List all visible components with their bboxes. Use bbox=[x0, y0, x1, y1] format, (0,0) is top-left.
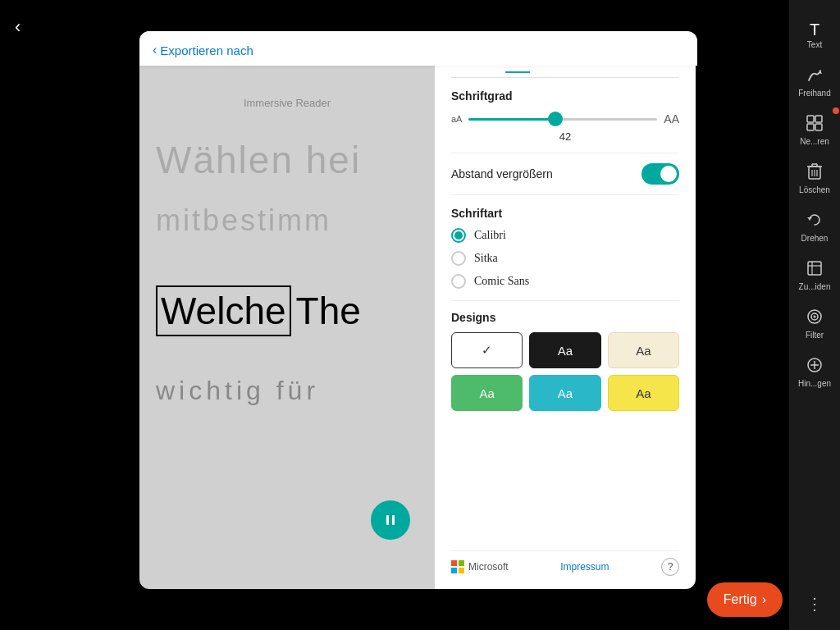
loeschen-icon bbox=[806, 162, 823, 183]
abstand-toggle[interactable] bbox=[641, 163, 679, 185]
word-box-welche: Welche bbox=[156, 285, 291, 336]
toggle-label: Abstand vergrößern bbox=[451, 167, 553, 180]
radio-calibri-circle bbox=[451, 228, 466, 243]
schriftart-label: Schriftart bbox=[451, 207, 679, 220]
neren-icon bbox=[806, 114, 824, 135]
designs-label: Designs bbox=[451, 300, 679, 324]
sidebar-zuiden-label: Zu...iden bbox=[799, 282, 831, 291]
back-button[interactable]: ‹ bbox=[15, 16, 21, 38]
fertig-arrow-icon: › bbox=[762, 592, 766, 607]
ms-brand-label: Microsoft bbox=[468, 561, 509, 573]
reader-highlighted-text: Welche The bbox=[156, 285, 361, 336]
sidebar-item-loeschen[interactable]: Löschen bbox=[792, 158, 838, 199]
sidebar-item-filter[interactable]: Filter bbox=[792, 303, 838, 345]
sidebar-more-button[interactable]: ⋮ bbox=[806, 594, 823, 614]
reader-text-3: wichtig für bbox=[156, 376, 319, 406]
right-sidebar: T Text Freihand Ne...ren bbox=[789, 0, 840, 630]
font-size-slider[interactable] bbox=[468, 118, 657, 121]
svg-rect-2 bbox=[815, 116, 822, 122]
zuiden-icon bbox=[806, 259, 823, 280]
text-icon: T bbox=[810, 21, 819, 38]
settings-panel: × A A Schriftgr bbox=[435, 31, 696, 589]
sidebar-item-zuiden[interactable]: Zu...iden bbox=[792, 254, 838, 296]
sidebar-loeschen-label: Löschen bbox=[799, 185, 830, 194]
export-title: Exportieren nach bbox=[160, 43, 253, 57]
design-green[interactable]: Aa bbox=[451, 375, 523, 411]
radio-comic-label: Comic Sans bbox=[474, 275, 529, 288]
slider-value: 42 bbox=[451, 130, 679, 143]
slider-row: aA AA bbox=[451, 111, 679, 127]
design-yellow[interactable]: Aa bbox=[608, 375, 679, 411]
radio-sitka-label: Sitka bbox=[474, 252, 498, 265]
svg-rect-14 bbox=[808, 262, 821, 275]
svg-rect-3 bbox=[807, 124, 814, 130]
sidebar-filter-label: Filter bbox=[806, 331, 824, 340]
fertig-label: Fertig bbox=[724, 592, 757, 607]
impressum-link[interactable]: Impressum bbox=[560, 561, 609, 573]
word-the: The bbox=[296, 289, 361, 333]
radio-comic-circle bbox=[451, 274, 466, 289]
schriftgrad-label: Schriftgrad bbox=[451, 89, 679, 103]
svg-point-19 bbox=[814, 316, 816, 318]
radio-sitka-circle bbox=[451, 251, 466, 266]
fertig-button[interactable]: Fertig › bbox=[707, 582, 783, 617]
sidebar-neren-label: Ne...ren bbox=[800, 137, 829, 146]
toggle-row: Abstand vergrößern bbox=[451, 153, 679, 195]
back-chevron-icon: ‹ bbox=[153, 43, 157, 57]
design-sepia[interactable]: Aa bbox=[608, 332, 679, 368]
sidebar-text-label: Text bbox=[807, 40, 822, 49]
slider-min-label: aA bbox=[451, 114, 462, 124]
design-white[interactable]: ✓ bbox=[451, 332, 523, 368]
reader-label: Immersive Reader bbox=[244, 97, 331, 109]
help-button[interactable]: ? bbox=[661, 558, 679, 576]
radio-calibri[interactable]: Calibri bbox=[451, 228, 679, 243]
ms-logo: Microsoft bbox=[451, 560, 509, 573]
sidebar-hingen-label: Hin...gen bbox=[798, 379, 831, 388]
designs-grid: ✓ Aa Aa Aa Aa Aa bbox=[451, 332, 679, 411]
reader-panel: Immersive Reader Wählen hei mitbestimm W… bbox=[139, 31, 435, 589]
hingen-icon bbox=[806, 356, 824, 377]
sidebar-freihand-label: Freihand bbox=[798, 89, 830, 98]
svg-rect-4 bbox=[815, 124, 822, 130]
ms-squares-icon bbox=[451, 560, 464, 573]
sidebar-item-freihand[interactable]: Freihand bbox=[792, 61, 838, 103]
svg-rect-24 bbox=[392, 515, 395, 525]
reader-text-1: Wählen hei bbox=[156, 138, 361, 182]
radio-sitka[interactable]: Sitka bbox=[451, 251, 679, 266]
sidebar-item-hingen[interactable]: Hin...gen bbox=[792, 351, 838, 393]
sidebar-item-drehen[interactable]: Drehen bbox=[792, 206, 838, 248]
radio-comic[interactable]: Comic Sans bbox=[451, 274, 679, 289]
dialog-footer: Microsoft Impressum ? bbox=[451, 550, 679, 576]
sidebar-drehen-label: Drehen bbox=[801, 234, 829, 243]
reader-text-2: mitbestimm bbox=[156, 203, 331, 238]
export-back-link[interactable]: ‹ Exportieren nach bbox=[153, 43, 253, 57]
sidebar-item-neren[interactable]: Ne...ren bbox=[792, 109, 838, 151]
svg-rect-1 bbox=[807, 116, 814, 122]
slider-max-label: AA bbox=[664, 112, 679, 126]
slider-container bbox=[468, 111, 657, 127]
svg-marker-13 bbox=[807, 217, 812, 220]
svg-rect-23 bbox=[386, 515, 389, 525]
freihand-icon bbox=[806, 66, 824, 86]
radio-calibri-label: Calibri bbox=[474, 229, 506, 242]
filter-icon bbox=[806, 308, 824, 328]
sidebar-item-text[interactable]: T Text bbox=[792, 16, 838, 54]
font-radio-group: Calibri Sitka Comic Sans bbox=[451, 228, 679, 289]
design-cyan[interactable]: Aa bbox=[529, 375, 600, 411]
drehen-icon bbox=[806, 211, 824, 231]
play-button[interactable] bbox=[371, 500, 410, 540]
design-black[interactable]: Aa bbox=[529, 332, 600, 368]
export-header: ‹ Exportieren nach bbox=[139, 31, 697, 66]
